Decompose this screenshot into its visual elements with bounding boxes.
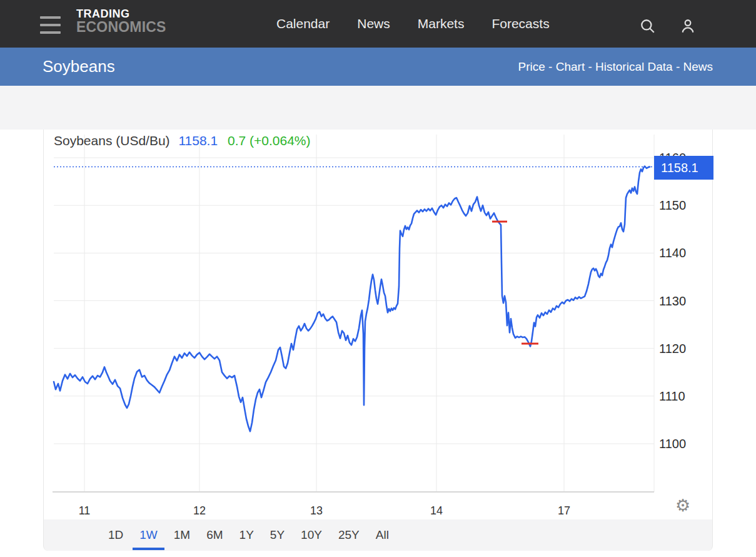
menu-icon[interactable] — [40, 16, 61, 34]
x-axis-tick-label: 14 — [418, 503, 455, 518]
y-axis-tick-label: 1130 — [659, 293, 709, 309]
nav-item-calendar[interactable]: Calendar — [276, 16, 330, 31]
tab-strip: Summary Stats Forecast Alerts Export — [0, 86, 756, 130]
brand-line2: ECONOMICS — [76, 19, 166, 35]
chart-change: 0.7 (+0.064%) — [228, 133, 311, 148]
x-axis-tick-label: 17 — [545, 503, 583, 518]
y-axis-tick-label: 1140 — [659, 245, 709, 261]
range-button-25y[interactable]: 25Y — [338, 528, 360, 542]
range-button-1d[interactable]: 1D — [108, 528, 123, 542]
brand-logo[interactable]: TRADING ECONOMICS — [76, 8, 166, 35]
chart-instrument-label: Soybeans (USd/Bu) — [54, 133, 170, 148]
nav-item-markets[interactable]: Markets — [418, 16, 465, 31]
current-price-badge: 1158.1 — [654, 156, 713, 180]
nav-item-news[interactable]: News — [357, 16, 390, 31]
top-nav: TRADING ECONOMICS CalendarNewsMarketsFor… — [0, 0, 756, 48]
instrument-header: Soybeans Price - Chart - Historical Data… — [0, 48, 756, 86]
chart-last-price: 1158.1 — [178, 133, 218, 148]
range-selector: 1D1W1M6M1Y5Y10Y25YAll — [43, 519, 713, 551]
x-axis-tick-label: 11 — [66, 503, 103, 518]
y-axis-tick-label: 1110 — [659, 388, 709, 404]
chart-settings-gear-icon[interactable]: ⚙ — [670, 495, 695, 516]
chart-title: Soybeans (USd/Bu) 1158.1 0.7 (+0.064%) — [54, 131, 310, 151]
range-button-1m[interactable]: 1M — [174, 528, 190, 542]
search-icon[interactable] — [640, 18, 656, 34]
nav-item-forecasts[interactable]: Forecasts — [491, 16, 549, 31]
y-axis-tick-label: 1150 — [659, 197, 709, 213]
page-title: Soybeans — [43, 48, 115, 86]
trading-economics-soybeans-page: TRADING ECONOMICS CalendarNewsMarketsFor… — [0, 0, 756, 557]
range-button-10y[interactable]: 10Y — [301, 528, 322, 542]
price-chart[interactable] — [44, 130, 713, 519]
range-button-1y[interactable]: 1Y — [239, 528, 254, 542]
range-button-6m[interactable]: 6M — [206, 528, 223, 542]
price-series-line — [54, 166, 650, 432]
x-axis-tick-label: 13 — [298, 503, 335, 518]
chart-panel: Soybeans (USd/Bu) 1158.1 0.7 (+0.064%) 1… — [43, 130, 713, 519]
range-button-all[interactable]: All — [376, 528, 389, 542]
x-axis-tick-label: 12 — [181, 503, 218, 518]
y-axis-tick-label: 1100 — [659, 436, 709, 452]
range-button-1w[interactable]: 1W — [139, 528, 158, 542]
range-button-5y[interactable]: 5Y — [270, 528, 285, 542]
subheader-links[interactable]: Price - Chart - Historical Data - News — [518, 48, 713, 86]
y-axis-tick-label: 1120 — [659, 340, 709, 357]
user-icon[interactable] — [680, 18, 696, 34]
nav-menu: CalendarNewsMarketsForecasts — [276, 0, 550, 48]
